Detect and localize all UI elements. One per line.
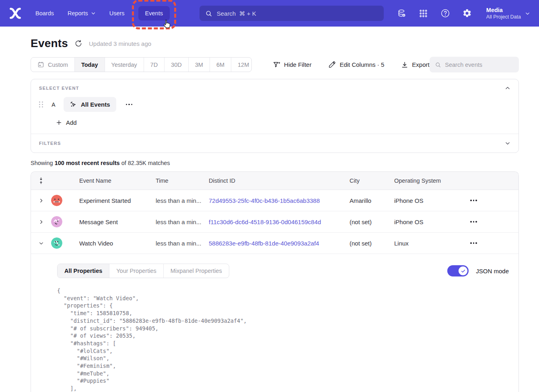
column-header-distinct-id[interactable]: Distinct ID <box>209 177 350 184</box>
table-row[interactable]: Message Sent less than a min... f11c30d6… <box>31 211 518 233</box>
date-range-custom-label: Custom <box>48 62 68 68</box>
date-range-segmented-control: Custom Today Yesterday 7D 30D 3M 6M 12M <box>31 57 252 72</box>
cell-event-name: Message Sent <box>74 219 156 225</box>
date-range-3m-label: 3M <box>195 62 203 68</box>
event-avatar-icon <box>51 195 62 206</box>
column-header-event-name[interactable]: Event Name <box>74 177 156 184</box>
help-icon[interactable] <box>440 8 450 18</box>
date-range-30d[interactable]: 30D <box>164 58 188 72</box>
select-event-label: SELECT EVENT <box>39 86 79 91</box>
tab-your-properties[interactable]: Your Properties <box>109 264 163 278</box>
top-navbar: Boards Reports Users Events <box>0 0 539 27</box>
event-row-more-button[interactable] <box>124 102 134 107</box>
last-updated-text: Updated 3 minutes ago <box>89 40 151 47</box>
date-range-12m[interactable]: 12M <box>231 58 252 72</box>
date-range-6m[interactable]: 6M <box>210 58 231 72</box>
nav-item-users[interactable]: Users <box>109 10 125 17</box>
edit-columns-label: Edit Columns · 5 <box>339 61 384 68</box>
collapse-all-icon <box>38 177 44 184</box>
event-avatar-icon <box>51 216 62 227</box>
table-row-expanded[interactable]: Watch Video less than a min... 5886283e-… <box>31 233 518 254</box>
add-event-button[interactable]: Add <box>56 119 77 126</box>
hand-cursor-icon <box>162 19 172 29</box>
table-row[interactable]: Experiment Started less than a min... 72… <box>31 190 518 211</box>
results-summary: Showing 100 most recent results of 82.35… <box>31 160 519 166</box>
cell-time: less than a min... <box>156 240 209 247</box>
settings-gear-icon[interactable] <box>462 8 472 18</box>
refresh-button[interactable] <box>74 39 82 47</box>
date-range-today[interactable]: Today <box>74 58 105 72</box>
global-search[interactable] <box>200 6 384 21</box>
search-icon <box>435 61 441 68</box>
chevron-down-icon <box>91 11 96 16</box>
row-menu-button[interactable] <box>469 241 479 246</box>
query-builder-card: SELECT EVENT A All Events <box>31 79 519 153</box>
toggle-knob <box>459 266 467 275</box>
column-header-city[interactable]: City <box>350 177 394 184</box>
hide-filter-label: Hide Filter <box>284 61 311 68</box>
nav-item-reports-label: Reports <box>68 10 88 17</box>
nav-item-events-label: Events <box>138 6 170 21</box>
date-range-yesterday[interactable]: Yesterday <box>105 58 144 72</box>
event-query-row: A All Events <box>31 92 518 112</box>
date-range-3m[interactable]: 3M <box>188 58 210 72</box>
cell-os: Linux <box>394 240 455 247</box>
date-range-today-label: Today <box>81 62 98 68</box>
edit-columns-button[interactable]: Edit Columns · 5 <box>328 61 384 68</box>
date-range-yesterday-label: Yesterday <box>111 62 137 68</box>
collapse-section-chevron-up-icon[interactable] <box>505 85 510 91</box>
apps-grid-icon[interactable] <box>419 8 428 18</box>
nav-item-users-label: Users <box>109 10 125 17</box>
cell-distinct-id-link[interactable]: f11c30d6-dc6d-4518-9136-0d046159c84d <box>209 219 350 225</box>
date-range-custom[interactable]: Custom <box>31 58 74 72</box>
date-range-7d-label: 7D <box>150 62 158 68</box>
filters-section-header[interactable]: FILTERS <box>31 134 518 153</box>
summary-count: 100 most recent results <box>55 160 120 166</box>
download-icon <box>401 61 408 68</box>
check-icon <box>461 268 466 274</box>
event-avatar-icon <box>51 237 62 249</box>
nav-item-reports[interactable]: Reports <box>68 10 96 17</box>
filters-label: FILTERS <box>39 141 61 146</box>
cell-city: (not set) <box>350 240 394 247</box>
collapse-row-chevron-down-icon[interactable] <box>31 241 51 246</box>
add-event-label: Add <box>66 119 77 126</box>
project-scope: All Project Data <box>486 14 521 20</box>
properties-tabs: All Properties Your Properties Mixpanel … <box>57 264 229 278</box>
json-mode-label: JSON mode <box>476 268 509 274</box>
page-title: Events <box>31 37 68 50</box>
hide-filter-button[interactable]: Hide Filter <box>273 61 311 68</box>
project-switcher[interactable]: Media All Project Data <box>486 6 530 20</box>
expand-row-chevron-right-icon[interactable] <box>31 198 51 203</box>
cell-time: less than a min... <box>156 197 209 204</box>
mixpanel-logo-icon[interactable] <box>8 6 23 21</box>
search-events-input[interactable] <box>445 62 514 68</box>
expand-row-chevron-right-icon[interactable] <box>31 219 51 225</box>
tab-all-properties[interactable]: All Properties <box>58 264 109 278</box>
drag-handle-icon[interactable] <box>39 101 43 107</box>
json-mode-toggle[interactable] <box>447 265 469 276</box>
cell-city: (not set) <box>350 219 394 225</box>
nav-item-boards[interactable]: Boards <box>35 10 54 17</box>
cell-distinct-id-link[interactable]: 5886283e-e9fb-48fb-81de-40e9093a2af4 <box>209 240 350 247</box>
chevron-down-icon <box>525 11 530 16</box>
summary-suffix: of 82.35K matches <box>120 160 170 166</box>
table-header-row: Event Name Time Distinct ID City Operati… <box>31 172 518 190</box>
project-name: Media <box>486 6 521 14</box>
event-selector-all-events[interactable]: All Events <box>64 97 116 112</box>
export-button[interactable]: Export <box>401 61 429 68</box>
collapse-all-rows-button[interactable] <box>31 177 51 184</box>
row-menu-button[interactable] <box>469 219 479 224</box>
row-menu-button[interactable] <box>469 198 479 203</box>
data-management-icon[interactable] <box>397 8 407 18</box>
global-search-input[interactable] <box>217 10 378 17</box>
tab-mixpanel-properties[interactable]: Mixpanel Properties <box>163 264 229 278</box>
cell-distinct-id-link[interactable]: 72d49553-25fc-4f0c-b436-1b5ac6ab3388 <box>209 197 350 204</box>
nav-item-events[interactable]: Events <box>138 6 170 21</box>
date-range-7d[interactable]: 7D <box>144 58 165 72</box>
column-header-time[interactable]: Time <box>156 177 209 184</box>
column-header-os[interactable]: Operating System <box>394 177 455 184</box>
search-events-field[interactable] <box>430 57 519 72</box>
date-range-6m-label: 6M <box>216 62 224 68</box>
events-table: Event Name Time Distinct ID City Operati… <box>31 171 519 392</box>
